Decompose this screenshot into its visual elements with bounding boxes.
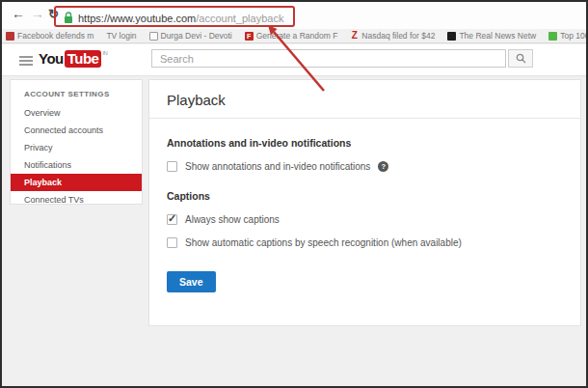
- bookmark-label: Facebook defends m: [17, 31, 94, 41]
- search-icon: [516, 53, 526, 64]
- sidebar-title: ACCOUNT SETTINGS: [11, 80, 142, 104]
- bookmark-durga-devi[interactable]: Durga Devi - Devoti: [149, 31, 232, 41]
- padlock-icon: [64, 12, 73, 24]
- account-settings-sidebar: ACCOUNT SETTINGS Overview Connected acco…: [10, 79, 143, 205]
- news-favicon-icon: [447, 32, 456, 41]
- bookmark-label: Generate a Random F: [256, 31, 338, 41]
- section-heading-captions: Captions: [167, 190, 563, 202]
- option-label: Show automatic captions by speech recogn…: [185, 237, 462, 248]
- bookmark-facebook[interactable]: Facebook defends m: [6, 31, 94, 41]
- bookmark-label: Durga Devi - Devoti: [161, 31, 232, 41]
- sidebar-item-connected-tvs[interactable]: Connected TVs: [11, 191, 142, 208]
- bookmark-label: Nasdaq filed for $42: [361, 31, 435, 41]
- bookmark-label: Top 100 Blogs - 1: [560, 31, 586, 41]
- checkbox-show-annotations[interactable]: [167, 161, 177, 172]
- url-secure-part: https://www.youtube.com: [78, 13, 196, 24]
- browser-toolbar: ← → ↻ https://www.youtube.com/account_pl…: [2, 2, 586, 29]
- sidebar-item-connected-accounts[interactable]: Connected accounts: [11, 122, 142, 139]
- logo-text-tube: Tube: [65, 50, 102, 68]
- checkbox-always-show-captions[interactable]: [167, 214, 177, 225]
- search-button[interactable]: [508, 49, 533, 68]
- menu-icon[interactable]: [19, 56, 33, 68]
- bookmarks-bar: Facebook defends m TV login Durga Devi -…: [2, 29, 586, 43]
- divider: [149, 118, 580, 119]
- bookmark-label: The Real News Netw: [459, 31, 536, 41]
- option-row: Always show captions: [167, 214, 563, 225]
- section-heading-annotations: Annotations and in-video notifications: [167, 137, 563, 149]
- bookmark-tv-login[interactable]: TV login: [106, 31, 136, 41]
- option-label: Always show captions: [185, 214, 280, 225]
- flipboard-icon: F: [245, 32, 254, 41]
- save-button[interactable]: Save: [167, 271, 216, 292]
- forward-icon[interactable]: →: [31, 6, 44, 21]
- option-row: Show automatic captions by speech recogn…: [167, 237, 563, 248]
- bookmark-generate-random[interactable]: F Generate a Random F: [245, 31, 338, 41]
- blogs-favicon-icon: [548, 32, 557, 41]
- youtube-logo[interactable]: YouTubeIN: [39, 50, 107, 67]
- bookmark-label: TV login: [106, 31, 136, 41]
- generic-favicon-icon: [149, 32, 158, 41]
- url-path-part: /account_playback: [196, 13, 283, 24]
- logo-region-label: IN: [102, 50, 107, 56]
- back-icon[interactable]: ←: [12, 6, 25, 21]
- bookmark-nasdaq[interactable]: Z Nasdaq filed for $42: [350, 31, 435, 41]
- bookmark-top-100-blogs[interactable]: Top 100 Blogs - 1: [548, 31, 586, 41]
- sidebar-item-playback[interactable]: Playback: [11, 174, 142, 191]
- page-title: Playback: [167, 80, 563, 108]
- checkbox-automatic-captions[interactable]: [167, 237, 177, 248]
- option-label: Show annotations and in-video notificati…: [185, 161, 370, 172]
- screenshot-frame: ← → ↻ https://www.youtube.com/account_pl…: [0, 0, 588, 388]
- search-input[interactable]: [151, 49, 506, 68]
- bookmark-real-news[interactable]: The Real News Netw: [447, 31, 536, 41]
- playback-settings-panel: Playback Annotations and in-video notifi…: [148, 79, 581, 326]
- sidebar-item-privacy[interactable]: Privacy: [11, 139, 142, 156]
- help-icon[interactable]: ?: [378, 161, 388, 172]
- address-bar[interactable]: https://www.youtube.com/account_playback: [64, 9, 283, 26]
- sidebar-item-overview[interactable]: Overview: [11, 104, 142, 122]
- option-row: Show annotations and in-video notificati…: [167, 161, 563, 172]
- facebook-icon: [6, 32, 14, 41]
- logo-text-you: You: [39, 50, 64, 67]
- sidebar-item-notifications[interactable]: Notifications: [11, 156, 142, 174]
- zacks-icon: Z: [350, 32, 359, 41]
